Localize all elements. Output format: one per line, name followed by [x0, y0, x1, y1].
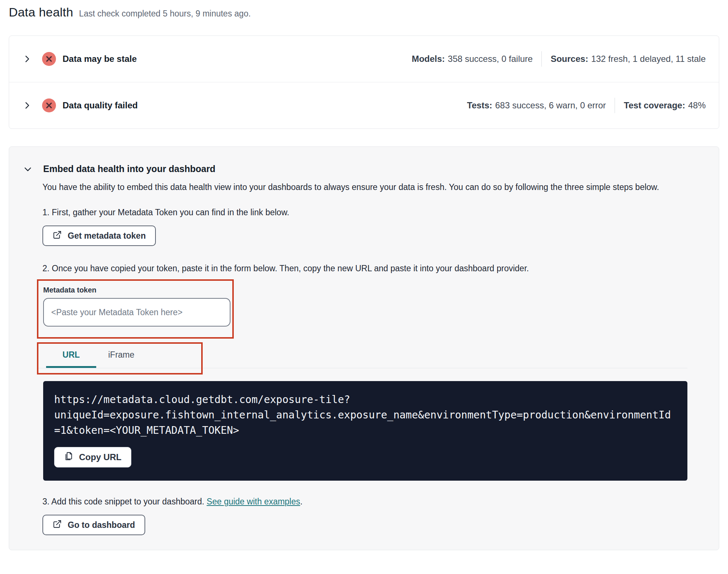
- copy-url-button[interactable]: Copy URL: [54, 447, 131, 467]
- status-row-title: Data quality failed: [63, 100, 138, 111]
- code-line: uniqueId=exposure.fishtown_internal_anal…: [54, 407, 676, 423]
- metadata-token-label: Metadata token: [43, 286, 232, 294]
- page-header: Data health Last check completed 5 hours…: [9, 5, 719, 19]
- stat-divider: [541, 51, 542, 67]
- chevron-right-icon[interactable]: [22, 101, 32, 110]
- token-annotation-box: Metadata token: [37, 279, 234, 339]
- status-row-stats: Tests:683 success, 6 warn, 0 error Test …: [467, 98, 706, 113]
- embed-section-header[interactable]: Embed data health into your dashboard: [23, 164, 687, 174]
- status-row-data-quality[interactable]: Data quality failed Tests:683 success, 6…: [9, 82, 719, 128]
- status-row-stats: Models:358 success, 0 failure Sources:13…: [412, 51, 706, 67]
- metadata-token-input[interactable]: [43, 298, 230, 327]
- tab-iframe[interactable]: iFrame: [96, 344, 146, 368]
- error-status-icon: [42, 52, 56, 66]
- step-3-text: 3. Add this code snippet to your dashboa…: [42, 497, 687, 507]
- test-coverage-stat: Test coverage:48%: [624, 100, 706, 111]
- code-line: =1&token=<YOUR_METADATA_TOKEN>: [54, 423, 676, 438]
- go-to-dashboard-button[interactable]: Go to dashboard: [42, 515, 145, 535]
- embed-section-card: Embed data health into your dashboard Yo…: [9, 146, 719, 550]
- status-card: Data may be stale Models:358 success, 0 …: [9, 36, 719, 129]
- page-title: Data health: [9, 5, 73, 19]
- output-tabs: URL iFrame: [38, 344, 201, 368]
- code-line: https://metadata.cloud.getdbt.com/exposu…: [54, 392, 676, 407]
- sources-stat: Sources:132 fresh, 1 delayed, 11 stale: [551, 54, 706, 64]
- step-2-text: 2. Once you have copied your token, past…: [42, 264, 687, 273]
- embed-section-title: Embed data health into your dashboard: [43, 164, 215, 174]
- embed-description: You have the ability to embed this data …: [42, 181, 681, 194]
- chevron-down-icon[interactable]: [23, 164, 33, 174]
- status-row-data-stale[interactable]: Data may be stale Models:358 success, 0 …: [9, 36, 719, 82]
- copy-icon: [64, 452, 73, 463]
- embed-url-code-block: https://metadata.cloud.getdbt.com/exposu…: [43, 381, 687, 481]
- error-status-icon: [42, 98, 56, 112]
- get-metadata-token-button[interactable]: Get metadata token: [42, 225, 156, 246]
- last-check-status: Last check completed 5 hours, 9 minutes …: [79, 9, 251, 19]
- guide-link[interactable]: See guide with examples: [207, 497, 300, 506]
- external-link-icon: [53, 519, 62, 531]
- step-1-text: 1. First, gather your Metadata Token you…: [42, 208, 687, 217]
- chevron-right-icon[interactable]: [22, 54, 32, 64]
- tab-url[interactable]: URL: [46, 344, 96, 368]
- tabs-annotation-box: URL iFrame: [37, 342, 203, 374]
- tests-stat: Tests:683 success, 6 warn, 0 error: [467, 100, 606, 111]
- stat-divider: [615, 98, 615, 113]
- output-tabs-region: URL iFrame: [37, 342, 687, 374]
- external-link-icon: [53, 230, 62, 242]
- models-stat: Models:358 success, 0 failure: [412, 54, 533, 64]
- status-row-title: Data may be stale: [63, 54, 137, 64]
